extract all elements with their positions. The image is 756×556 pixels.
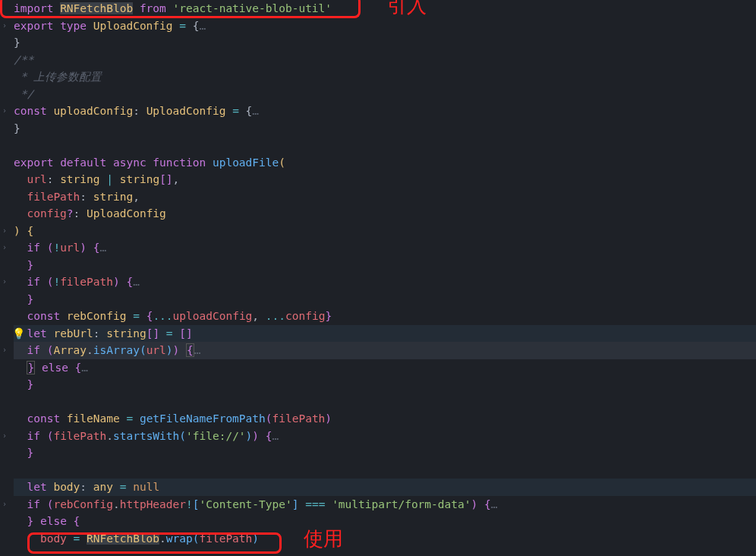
array: [] bbox=[179, 327, 192, 340]
variable: body bbox=[40, 532, 67, 545]
code-line[interactable]: const rebConfig = {...uploadConfig, ...c… bbox=[14, 308, 756, 325]
class-name: RNFetchBlob bbox=[60, 2, 133, 14]
folded-icon[interactable]: … bbox=[252, 105, 259, 117]
variable: body bbox=[53, 481, 80, 493]
code-line[interactable]: /** bbox=[14, 52, 756, 69]
operator: = bbox=[232, 105, 239, 117]
brace: } bbox=[14, 36, 20, 49]
code-line[interactable]: } bbox=[14, 291, 756, 308]
brace: } bbox=[27, 515, 33, 527]
lightbulb-icon[interactable]: 💡 bbox=[12, 325, 25, 343]
brace: } bbox=[27, 378, 33, 390]
code-line[interactable]: } bbox=[14, 120, 756, 137]
keyword: if bbox=[27, 344, 39, 356]
code-line[interactable]: ›export type UploadConfig = {… bbox=[14, 17, 756, 35]
folded-icon[interactable]: … bbox=[133, 276, 140, 288]
code-line[interactable]: › if (!filePath) {… bbox=[14, 273, 756, 291]
function-name: uploadFile bbox=[213, 156, 279, 169]
arg: url bbox=[146, 344, 166, 356]
code-line-active[interactable]: › if (Array.isArray(url)) {… bbox=[14, 342, 756, 359]
type-name: UploadConfig bbox=[93, 20, 173, 32]
brace: { bbox=[126, 276, 133, 288]
keyword: else bbox=[42, 362, 68, 374]
operator: = bbox=[133, 310, 140, 322]
code-line[interactable]: body = RNFetchBlob.wrap(filePath) bbox=[14, 530, 756, 548]
brace: } bbox=[14, 122, 20, 134]
code-line[interactable]: › if (filePath.startsWith('file://')) {… bbox=[14, 428, 756, 445]
keyword: let bbox=[27, 327, 46, 340]
paren: ( bbox=[279, 156, 285, 169]
code-line[interactable]: } else {… bbox=[14, 359, 756, 377]
folded-icon[interactable]: … bbox=[272, 430, 279, 442]
brace: } bbox=[27, 362, 34, 374]
spread: ... bbox=[153, 310, 172, 322]
code-line[interactable]: } bbox=[14, 257, 756, 274]
keyword: default bbox=[60, 156, 106, 169]
keyword: import bbox=[14, 2, 53, 14]
folded-icon[interactable]: … bbox=[194, 344, 201, 356]
code-line[interactable]: let body: any = null bbox=[14, 479, 756, 496]
code-line[interactable] bbox=[14, 462, 756, 479]
code-line[interactable]: ›) { bbox=[14, 223, 756, 240]
fold-icon[interactable]: › bbox=[0, 103, 9, 120]
fold-icon[interactable]: › bbox=[0, 273, 9, 291]
folded-icon[interactable]: … bbox=[491, 498, 498, 510]
code-line[interactable]: › if (!url) {… bbox=[14, 239, 756, 257]
type: string bbox=[60, 173, 99, 185]
property: httpHeader bbox=[120, 498, 186, 510]
code-line[interactable] bbox=[14, 137, 756, 154]
variable: fileName bbox=[67, 412, 120, 425]
keyword: if bbox=[27, 498, 39, 510]
code-line[interactable]: ›const uploadConfig: UploadConfig = {… bbox=[14, 103, 756, 120]
code-line[interactable]: */ bbox=[14, 86, 756, 103]
code-line[interactable]: config?: UploadConfig bbox=[14, 205, 756, 223]
code-line[interactable]: export default async function uploadFile… bbox=[14, 154, 756, 172]
string: 'multipart/form-data' bbox=[332, 498, 471, 510]
operator: ! bbox=[53, 242, 60, 254]
code-line[interactable]: } bbox=[14, 376, 756, 393]
code-line[interactable]: url: string | string[], bbox=[14, 171, 756, 188]
variable: config bbox=[285, 310, 325, 322]
optional: ? bbox=[67, 207, 74, 220]
brace: } bbox=[27, 293, 33, 305]
keyword: const bbox=[14, 105, 47, 117]
code-line[interactable]: import RNFetchBlob from 'react-native-bl… bbox=[14, 0, 756, 17]
folded-icon[interactable]: … bbox=[199, 20, 206, 32]
type: UploadConfig bbox=[146, 105, 226, 117]
param: filePath bbox=[27, 191, 80, 203]
type: string bbox=[106, 327, 146, 340]
code-line[interactable]: 💡 let rebUrl: string[] = [] bbox=[14, 325, 756, 343]
code-line[interactable] bbox=[14, 393, 756, 411]
type: string bbox=[120, 173, 159, 185]
method: isArray bbox=[93, 344, 140, 356]
fold-icon[interactable]: › bbox=[0, 496, 9, 513]
comment: * 上传参数配置 bbox=[14, 71, 102, 83]
folded-icon[interactable]: … bbox=[81, 362, 88, 374]
code-editor[interactable]: import RNFetchBlob from 'react-native-bl… bbox=[0, 0, 756, 547]
code-line[interactable]: * 上传参数配置 bbox=[14, 68, 756, 86]
code-line[interactable]: } bbox=[14, 444, 756, 462]
code-line[interactable]: } else { bbox=[14, 513, 756, 530]
fold-icon[interactable]: › bbox=[0, 239, 9, 257]
fold-icon[interactable]: › bbox=[0, 342, 9, 359]
fold-icon[interactable]: › bbox=[0, 223, 9, 240]
operator: = bbox=[179, 20, 186, 32]
variable: filePath bbox=[53, 430, 106, 442]
code-line[interactable]: › if (rebConfig.httpHeader!['Content-Typ… bbox=[14, 496, 756, 513]
folded-icon[interactable]: … bbox=[100, 242, 107, 254]
non-null: ! bbox=[186, 498, 193, 510]
keyword: function bbox=[153, 156, 206, 169]
code-line[interactable]: } bbox=[14, 34, 756, 52]
variable: url bbox=[60, 242, 80, 254]
code-line[interactable]: const fileName = getFileNameFromPath(fil… bbox=[14, 410, 756, 428]
type: string bbox=[93, 191, 133, 203]
fold-icon[interactable]: › bbox=[0, 428, 9, 445]
keyword: if bbox=[27, 430, 39, 442]
brackets: [] bbox=[146, 327, 159, 340]
type: any bbox=[93, 481, 113, 493]
type: UploadConfig bbox=[87, 207, 166, 220]
code-line[interactable]: filePath: string, bbox=[14, 188, 756, 206]
variable: rebConfig bbox=[53, 498, 113, 510]
fold-icon[interactable]: › bbox=[0, 17, 9, 35]
variable: uploadConfig bbox=[53, 105, 133, 117]
